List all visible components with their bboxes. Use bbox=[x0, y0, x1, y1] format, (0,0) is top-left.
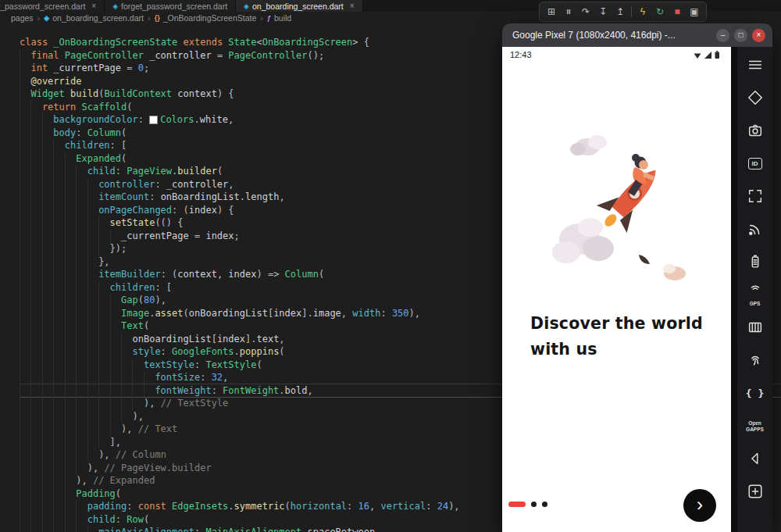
code-token: < bbox=[256, 36, 262, 49]
code-token: : [ bbox=[155, 281, 172, 295]
battery-icon[interactable] bbox=[738, 245, 772, 278]
maximize-button[interactable]: □ bbox=[734, 29, 747, 42]
tab-label: on_boarding_screen.dart bbox=[252, 2, 344, 11]
indent-guides bbox=[20, 423, 121, 436]
code-token: : bbox=[426, 500, 437, 513]
icon-glyph: { } bbox=[746, 387, 764, 399]
code-token: GoogleFonts bbox=[172, 345, 234, 359]
menu-icon[interactable] bbox=[738, 48, 772, 81]
open-gapps-button[interactable]: Open GAPPS bbox=[738, 409, 772, 442]
hot-restart-icon[interactable]: ↻ bbox=[651, 3, 669, 20]
indent-guides bbox=[20, 268, 98, 281]
code-token: = bbox=[194, 230, 205, 243]
baseband-icon[interactable] bbox=[738, 311, 772, 344]
next-button[interactable]: › bbox=[683, 489, 716, 522]
back-icon[interactable] bbox=[738, 442, 772, 475]
code-token: : bbox=[127, 500, 137, 513]
code-token: 24 bbox=[437, 500, 448, 513]
code-token: ), bbox=[87, 462, 105, 475]
code-token: index bbox=[189, 204, 217, 217]
identifiers-icon[interactable]: ID bbox=[738, 147, 772, 180]
dart-file-icon: ◈ bbox=[44, 14, 49, 22]
code-token: PageController bbox=[228, 49, 307, 62]
breadcrumb-item[interactable]: ◈on_boarding_screen.dart bbox=[44, 13, 144, 23]
indent-guides bbox=[20, 384, 155, 398]
code-token: body bbox=[53, 127, 76, 140]
breadcrumb-item[interactable]: pages bbox=[11, 13, 34, 23]
fullscreen-icon[interactable] bbox=[738, 180, 772, 212]
code-token: }); bbox=[110, 242, 127, 255]
step-over-icon[interactable]: ↷ bbox=[577, 3, 594, 20]
step-out-icon[interactable]: ↥ bbox=[612, 3, 629, 20]
inspector-icon[interactable]: ▣ bbox=[686, 3, 703, 20]
toolbar-separator bbox=[631, 6, 632, 17]
network-icon[interactable] bbox=[738, 212, 772, 245]
close-tab-icon[interactable]: × bbox=[350, 2, 355, 10]
code-token: PageView bbox=[127, 165, 172, 178]
code-token: ) { bbox=[217, 204, 234, 217]
indent-guides bbox=[20, 410, 132, 423]
pause-icon[interactable]: II bbox=[560, 3, 577, 20]
code-token: [ bbox=[212, 333, 217, 346]
code-token: Expanded bbox=[76, 152, 121, 166]
breadcrumb-label: build bbox=[274, 13, 291, 23]
hot-reload-icon[interactable]: ϟ bbox=[634, 3, 651, 20]
breadcrumb-item[interactable]: {}_OnBoardingScreenState bbox=[155, 13, 257, 23]
code-token: image bbox=[313, 307, 341, 320]
page-dot-active[interactable] bbox=[508, 502, 526, 507]
indent-guides bbox=[20, 448, 98, 462]
indent-guides bbox=[20, 75, 30, 88]
indent-guides bbox=[20, 294, 121, 307]
editor-tab[interactable]: ◈on_boarding_screen.dart× bbox=[236, 0, 363, 12]
code-token: = bbox=[217, 49, 228, 62]
debug-toolbar: ⊞II↷↧↥ϟ↻■▣ bbox=[539, 2, 707, 22]
minimize-button[interactable]: – bbox=[716, 29, 729, 42]
editor-tab[interactable]: ◈forget_password_screen.dart bbox=[105, 0, 236, 12]
code-token: controller bbox=[98, 178, 155, 191]
code-token: , bbox=[228, 178, 234, 191]
rotate-device-icon[interactable] bbox=[738, 81, 772, 114]
breadcrumb-item[interactable]: ƒbuild bbox=[267, 13, 291, 23]
code-token: Text bbox=[121, 320, 144, 333]
gps-icon[interactable]: GPS bbox=[738, 278, 772, 311]
emulator-titlebar[interactable]: Google Pixel 7 (1080x2400, 416dpi) -... … bbox=[502, 23, 772, 47]
code-token: ( bbox=[184, 307, 189, 320]
code-token: > { bbox=[352, 36, 369, 49]
indent-guides bbox=[20, 127, 53, 140]
developer-shell-icon[interactable]: { } bbox=[738, 377, 772, 409]
editor-tab[interactable]: ◈y_password_screen.dart× bbox=[0, 0, 105, 12]
stop-icon[interactable]: ■ bbox=[669, 3, 686, 20]
page-dot[interactable] bbox=[542, 502, 547, 507]
step-into-icon[interactable]: ↧ bbox=[594, 3, 612, 20]
code-token: , bbox=[341, 307, 352, 320]
indent-guides bbox=[20, 49, 30, 62]
code-token: ; bbox=[234, 230, 240, 243]
close-tab-icon[interactable]: × bbox=[91, 2, 96, 10]
chevron-right-icon: › bbox=[148, 13, 151, 23]
code-token: context bbox=[177, 268, 217, 281]
code-token: ( bbox=[217, 165, 223, 178]
page-dot[interactable] bbox=[531, 502, 537, 507]
code-token: , bbox=[223, 371, 228, 384]
code-token: _currentPage bbox=[121, 230, 194, 243]
screenshot-icon[interactable] bbox=[738, 114, 772, 147]
code-token: : bbox=[161, 345, 172, 359]
indent-guides bbox=[20, 178, 98, 191]
code-token: 16 bbox=[358, 500, 369, 513]
code-token: ], bbox=[110, 436, 121, 449]
code-token: . bbox=[240, 191, 245, 204]
code-token: const bbox=[138, 500, 172, 513]
code-token: . bbox=[301, 526, 307, 532]
code-token: . bbox=[194, 113, 200, 127]
ide-window: ◈y_password_screen.dart×◈forget_password… bbox=[0, 0, 781, 532]
close-button[interactable]: × bbox=[752, 29, 765, 42]
code-token: mainAxisAlignment bbox=[98, 526, 194, 532]
code-token: : bbox=[347, 500, 358, 513]
layout-grid-icon[interactable]: ⊞ bbox=[543, 3, 560, 20]
more-icon[interactable] bbox=[738, 475, 772, 508]
code-token: . bbox=[149, 307, 155, 320]
code-token: // TextStyle bbox=[161, 397, 229, 410]
code-token: : bbox=[200, 371, 211, 384]
code-token: _controller bbox=[166, 178, 228, 191]
biometrics-icon[interactable] bbox=[738, 344, 772, 377]
